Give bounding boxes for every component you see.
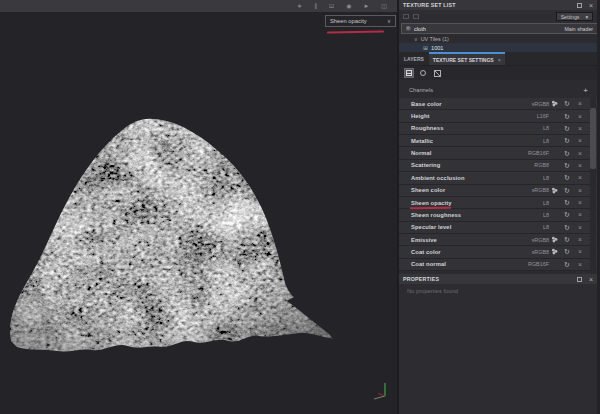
delete-channel-icon[interactable]: ×: [574, 187, 586, 194]
channel-row[interactable]: Emissive sRGB8 ↻ ×: [399, 234, 600, 246]
reset-channel-icon[interactable]: ↻: [560, 187, 574, 194]
texture-set-item-cloth[interactable]: cloth Main shader: [401, 23, 598, 34]
settings-button[interactable]: Settings ▾: [556, 12, 593, 21]
channel-format[interactable]: L8: [507, 200, 549, 206]
channel-format[interactable]: L8: [507, 224, 549, 230]
channel-row[interactable]: Specular level L8 ↻ ×: [399, 222, 600, 234]
channel-row[interactable]: Height L16F ↻ ×: [399, 110, 600, 122]
channels-header: Channels +: [399, 80, 600, 98]
reset-channel-icon[interactable]: ↻: [560, 248, 574, 255]
reset-channel-icon[interactable]: ↻: [560, 100, 574, 107]
channels-list: Base color sRGB8 ↻ × Height L16F ↻ ×: [399, 98, 600, 271]
reset-channel-icon[interactable]: ↻: [560, 211, 574, 218]
delete-channel-icon[interactable]: ×: [574, 113, 586, 120]
channel-row[interactable]: Coat normal RGB16F ↻ ×: [399, 259, 600, 271]
channel-row[interactable]: Scattering RGB8 ↻ ×: [399, 160, 600, 172]
channel-format[interactable]: RGB16F: [507, 261, 549, 267]
reset-channel-icon[interactable]: ↻: [560, 137, 574, 144]
channel-name: Metallic: [399, 138, 507, 144]
delete-channel-icon[interactable]: ×: [574, 261, 586, 268]
tab-close-icon[interactable]: ×: [498, 57, 501, 63]
help-icon[interactable]: ◉: [346, 3, 351, 9]
reset-channel-icon[interactable]: ↻: [560, 162, 574, 169]
channel-format[interactable]: sRGB8: [507, 187, 549, 193]
delete-channel-icon[interactable]: ×: [574, 150, 586, 157]
shader-label: Main shader: [564, 26, 593, 32]
magic-wand-icon[interactable]: ∗: [297, 3, 302, 9]
unlink-icon[interactable]: [413, 14, 419, 19]
video-camera-icon[interactable]: ►: [363, 3, 369, 9]
channel-name: Roughness: [399, 125, 507, 131]
scrollbar-thumb[interactable]: [590, 108, 596, 169]
channel-format[interactable]: RGB16F: [507, 150, 549, 156]
channel-format[interactable]: L8: [507, 175, 549, 181]
channel-view-dropdown[interactable]: Sheen opacity ∨: [325, 15, 396, 27]
channel-row[interactable]: Metallic L8 ↻ ×: [399, 135, 600, 147]
channel-row[interactable]: Sheen roughness L8 ↻ ×: [399, 209, 600, 221]
delete-channel-icon[interactable]: ×: [574, 137, 586, 144]
reset-channel-icon[interactable]: ↻: [560, 236, 574, 243]
pause-icon[interactable]: ∥: [314, 3, 317, 9]
channel-format[interactable]: sRGB8: [507, 237, 549, 243]
channel-row[interactable]: Coat color sRGB8 ↻ ×: [399, 246, 600, 258]
texture-set-toolbar: Settings ▾: [399, 10, 600, 23]
channel-row[interactable]: Normal RGB16F ↻ ×: [399, 147, 600, 159]
link-icon[interactable]: [403, 14, 409, 19]
reset-channel-icon[interactable]: ↻: [560, 174, 574, 181]
right-panel: TEXTURE SET LIST × Settings ▾ cloth Main…: [397, 0, 600, 414]
delete-channel-icon[interactable]: ×: [574, 162, 586, 169]
reset-channel-icon[interactable]: ↻: [560, 224, 574, 231]
undock-icon[interactable]: [577, 3, 582, 8]
viewport-3d[interactable]: ∗ ∥ ⊡ ◉ ► ◫ Sheen opacity ∨: [0, 0, 397, 414]
reset-channel-icon[interactable]: ↻: [560, 261, 574, 268]
uv-tile-1001[interactable]: ⊞ 1001: [399, 43, 600, 52]
delete-channel-icon[interactable]: ×: [574, 236, 586, 243]
channel-row[interactable]: Sheen color sRGB8 ↻ ×: [399, 185, 600, 197]
channel-format[interactable]: RGB8: [507, 162, 549, 168]
delete-channel-icon[interactable]: ×: [574, 199, 586, 206]
channel-format[interactable]: L16F: [507, 113, 549, 119]
close-icon[interactable]: ×: [589, 2, 593, 9]
tab-layers[interactable]: LAYERS: [399, 52, 429, 65]
uv-tiles-label: UV Tiles (1): [421, 36, 449, 42]
channel-format[interactable]: L8: [507, 212, 549, 218]
delete-channel-icon[interactable]: ×: [574, 211, 586, 218]
delete-channel-icon[interactable]: ×: [574, 174, 586, 181]
channel-row[interactable]: Roughness L8 ↻ ×: [399, 123, 600, 135]
channel-name: Emissive: [399, 237, 507, 243]
channel-format[interactable]: L8: [507, 138, 549, 144]
channels-scrollbar[interactable]: [590, 98, 596, 271]
texture-set-mode-icon[interactable]: [404, 68, 414, 78]
camera-icon[interactable]: ◫: [381, 3, 387, 9]
channel-format[interactable]: sRGB8: [507, 249, 549, 255]
color-swatch-icon: [549, 236, 560, 243]
color-swatch-icon: [549, 100, 560, 107]
reset-channel-icon[interactable]: ↻: [560, 150, 574, 157]
delete-channel-icon[interactable]: ×: [574, 248, 586, 255]
properties-header: PROPERTIES ×: [399, 274, 600, 284]
viewport-frame-icon[interactable]: ⊡: [329, 3, 334, 9]
channel-name: Height: [399, 113, 507, 119]
reset-channel-icon[interactable]: ↻: [560, 199, 574, 206]
channel-row[interactable]: Base color sRGB8 ↻ ×: [399, 98, 600, 110]
texture-set-name: cloth: [414, 26, 564, 32]
reset-channel-icon[interactable]: ↻: [560, 113, 574, 120]
no-material-icon[interactable]: [432, 68, 442, 78]
close-icon[interactable]: ×: [589, 276, 593, 283]
axis-gizmo: [368, 378, 394, 404]
channel-format[interactable]: L8: [507, 125, 549, 131]
chevron-down-icon: ▾: [585, 14, 588, 20]
delete-channel-icon[interactable]: ×: [574, 125, 586, 132]
delete-channel-icon[interactable]: ×: [574, 100, 586, 107]
tab-texture-set-settings[interactable]: TEXTURE SET SETTINGS ×: [429, 52, 505, 65]
channel-row[interactable]: Sheen opacity L8 ↻ ×: [399, 197, 600, 209]
undock-icon[interactable]: [577, 277, 582, 282]
delete-channel-icon[interactable]: ×: [574, 224, 586, 231]
reset-channel-icon[interactable]: ↻: [560, 125, 574, 132]
channels-label: Channels: [409, 87, 583, 93]
material-mode-icon[interactable]: [418, 68, 428, 78]
channel-format[interactable]: sRGB8: [507, 101, 549, 107]
channel-row[interactable]: Ambient occlusion L8 ↻ ×: [399, 172, 600, 184]
add-channel-button[interactable]: +: [583, 86, 588, 95]
uv-tiles-group[interactable]: ∨ UV Tiles (1): [399, 34, 600, 43]
